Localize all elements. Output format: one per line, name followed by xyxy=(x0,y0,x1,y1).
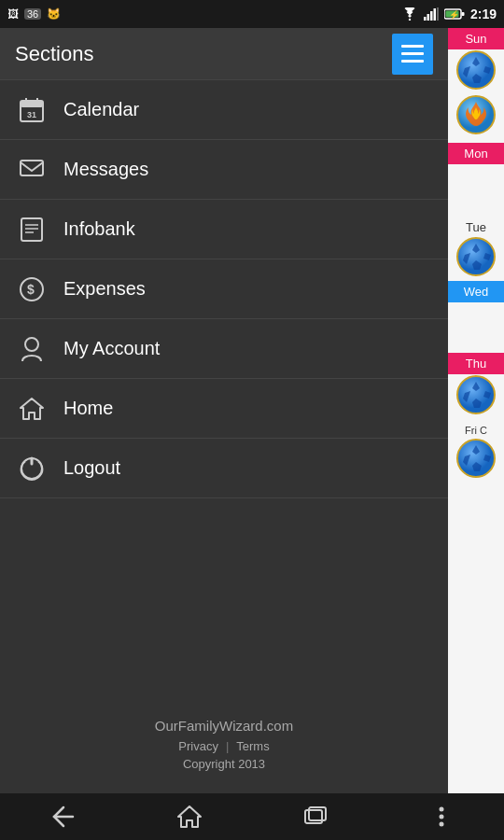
drawer-title: Sections xyxy=(15,42,93,66)
soccer-ball-tue xyxy=(455,236,497,277)
status-bar: 🖼 36 🐱 ⚡ 2:19 xyxy=(0,0,504,28)
calendar-label: Calendar xyxy=(63,99,139,120)
cal-day-label-mon: Mon xyxy=(448,143,504,164)
soccer-ball-thu xyxy=(455,374,497,415)
expenses-icon: $ xyxy=(19,276,45,302)
svg-marker-48 xyxy=(178,806,201,827)
fire-ball-sun2 xyxy=(455,94,497,135)
svg-rect-4 xyxy=(433,8,436,21)
svg-rect-2 xyxy=(427,14,429,21)
svg-point-43 xyxy=(25,338,38,351)
cal-day-mon: Mon xyxy=(448,143,504,211)
calendar-peek: Sun xyxy=(448,28,504,793)
expenses-label: Expenses xyxy=(63,278,146,300)
cat-icon: 🐱 xyxy=(47,7,61,21)
notification-badge: 36 xyxy=(24,8,41,20)
navigation-drawer: Sections 31 Calendar xyxy=(0,28,448,793)
footer-site: OurFamilyWizard.com xyxy=(15,718,433,734)
account-icon xyxy=(19,336,45,362)
svg-rect-36 xyxy=(21,161,43,175)
sidebar-item-my-account[interactable]: My Account xyxy=(0,319,448,379)
svg-point-53 xyxy=(439,822,443,827)
svg-text:⚡: ⚡ xyxy=(449,9,460,20)
messages-label: Messages xyxy=(63,159,148,180)
sidebar-item-logout[interactable]: Logout xyxy=(0,439,448,498)
svg-point-51 xyxy=(439,807,443,812)
hamburger-line-1 xyxy=(401,45,424,48)
cal-day-label-fri: Fri C xyxy=(448,419,504,438)
wifi-icon xyxy=(401,7,418,21)
home-label: Home xyxy=(63,398,113,419)
hamburger-button[interactable] xyxy=(392,34,433,75)
svg-text:31: 31 xyxy=(27,110,36,119)
bottom-navigation xyxy=(0,793,504,840)
svg-rect-3 xyxy=(430,11,433,21)
sidebar-item-messages[interactable]: Messages xyxy=(0,140,448,200)
recents-button[interactable] xyxy=(252,793,378,840)
status-right: ⚡ 2:19 xyxy=(401,7,497,21)
drawer-header: Sections xyxy=(0,28,448,80)
nav-list: 31 Calendar Messages xyxy=(0,80,448,695)
footer-copyright: Copyright 2013 xyxy=(15,757,433,771)
drawer-footer: OurFamilyWizard.com Privacy | Terms Copy… xyxy=(0,695,448,793)
cal-day-sun2 xyxy=(448,94,504,135)
soccer-ball-sun1 xyxy=(455,49,497,91)
cal-day-label-tue: Tue xyxy=(448,215,504,236)
image-icon: 🖼 xyxy=(7,7,19,21)
home-button[interactable] xyxy=(126,793,252,840)
svg-rect-32 xyxy=(21,101,43,107)
cal-day-wed: Wed xyxy=(448,281,504,349)
svg-point-52 xyxy=(439,815,443,819)
infobank-icon xyxy=(19,217,45,243)
svg-marker-44 xyxy=(21,399,43,419)
home-icon xyxy=(19,396,45,422)
svg-rect-37 xyxy=(21,218,42,241)
logout-label: Logout xyxy=(63,457,120,479)
cal-day-label-sun1: Sun xyxy=(448,28,504,49)
infobank-label: Infobank xyxy=(63,218,135,240)
battery-icon: ⚡ xyxy=(444,8,465,20)
svg-rect-7 xyxy=(461,12,464,16)
hamburger-line-2 xyxy=(401,52,424,55)
svg-rect-1 xyxy=(424,17,427,21)
sidebar-item-expenses[interactable]: $ Expenses xyxy=(0,259,448,319)
footer-links: Privacy | Terms xyxy=(15,739,433,753)
svg-rect-5 xyxy=(437,7,439,21)
status-left: 🖼 36 🐱 xyxy=(7,7,61,21)
cal-day-sun1: Sun xyxy=(448,28,504,91)
soccer-ball-fri xyxy=(455,438,497,479)
svg-point-0 xyxy=(409,19,411,21)
footer-separator: | xyxy=(226,739,229,753)
more-button[interactable] xyxy=(378,793,504,840)
cal-day-thu: Thu xyxy=(448,353,504,415)
my-account-label: My Account xyxy=(63,338,160,359)
messages-icon xyxy=(19,157,45,183)
cal-day-tue: Tue xyxy=(448,215,504,277)
sidebar-item-home[interactable]: Home xyxy=(0,379,448,439)
terms-link[interactable]: Terms xyxy=(236,739,269,753)
time-display: 2:19 xyxy=(470,7,497,21)
sidebar-item-calendar[interactable]: 31 Calendar xyxy=(0,80,448,140)
cal-day-label-thu: Thu xyxy=(448,353,504,374)
cal-day-label-wed: Wed xyxy=(448,281,504,302)
sidebar-item-infobank[interactable]: Infobank xyxy=(0,200,448,259)
logout-icon xyxy=(19,455,45,482)
cal-day-fri: Fri C xyxy=(448,419,504,479)
svg-text:$: $ xyxy=(27,282,35,297)
signal-icon xyxy=(424,7,439,21)
back-button[interactable] xyxy=(0,793,126,840)
privacy-link[interactable]: Privacy xyxy=(178,739,218,753)
hamburger-line-3 xyxy=(401,60,424,63)
calendar-icon: 31 xyxy=(19,97,45,123)
